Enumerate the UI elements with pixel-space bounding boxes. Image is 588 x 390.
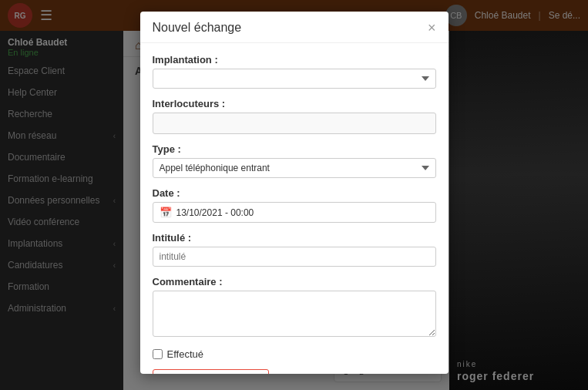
commentaire-textarea[interactable] xyxy=(153,291,436,337)
implantation-select[interactable] xyxy=(153,69,436,89)
type-group: Type : Appel téléphonique entrant Appel … xyxy=(153,143,436,178)
date-label: Date : xyxy=(153,187,436,199)
modal-dialog: Nouvel échange × Implantation : Interloc… xyxy=(140,12,449,374)
interlocuteurs-group: Interlocuteurs : xyxy=(153,98,436,134)
intitule-input[interactable] xyxy=(153,247,436,267)
date-input-wrapper[interactable]: 📅 xyxy=(153,202,436,223)
date-group: Date : 📅 xyxy=(153,187,436,223)
interlocuteurs-input[interactable] xyxy=(153,113,436,134)
type-select[interactable]: Appel téléphonique entrant Appel télépho… xyxy=(153,158,436,178)
interlocuteurs-label: Interlocuteurs : xyxy=(153,98,436,109)
intitule-label: Intitulé : xyxy=(153,232,436,244)
implantation-group: Implantation : xyxy=(153,54,436,89)
implantation-label: Implantation : xyxy=(153,54,436,66)
effectue-label: Effectué xyxy=(167,348,203,360)
type-label: Type : xyxy=(153,143,436,155)
date-input[interactable] xyxy=(176,207,429,218)
notify-label-box: Utilisateurs à notifier : xyxy=(153,369,269,374)
modal-overlay: Nouvel échange × Implantation : Interloc… xyxy=(0,0,588,390)
modal-title: Nouvel échange xyxy=(153,21,242,35)
modal-header: Nouvel échange × xyxy=(140,12,449,43)
intitule-group: Intitulé : xyxy=(153,232,436,267)
effectue-checkbox[interactable] xyxy=(153,349,163,359)
commentaire-label: Commentaire : xyxy=(153,276,436,287)
calendar-icon: 📅 xyxy=(160,207,172,218)
modal-close-button[interactable]: × xyxy=(428,21,436,35)
notify-label: Utilisateurs à notifier : xyxy=(158,372,264,374)
modal-body: Implantation : Interlocuteurs : Type : A… xyxy=(140,43,449,374)
effectue-row: Effectué xyxy=(153,348,436,360)
commentaire-group: Commentaire : xyxy=(153,276,436,339)
notify-group: Utilisateurs à notifier : xyxy=(153,369,436,374)
